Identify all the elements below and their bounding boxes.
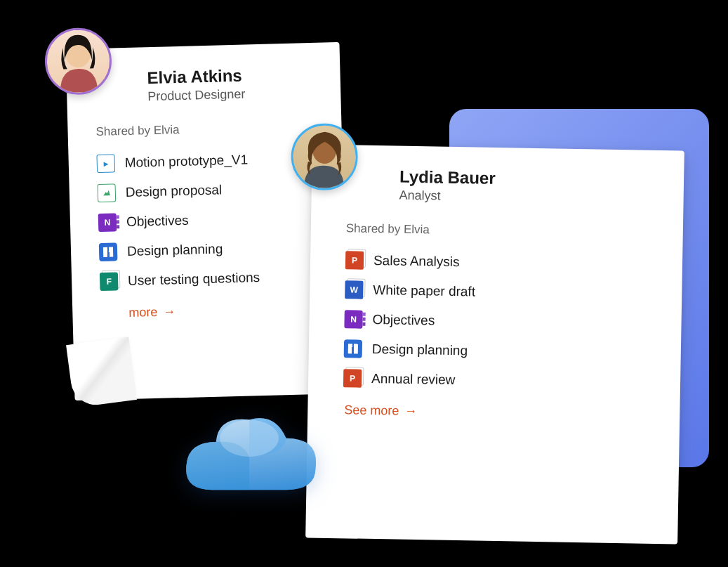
file-item[interactable]: User testing questions <box>100 261 325 296</box>
image-icon <box>98 183 117 202</box>
powerpoint-icon <box>343 369 362 387</box>
person-role: Analyst <box>399 188 662 208</box>
video-icon <box>96 154 115 173</box>
cloud-icon <box>176 400 323 513</box>
person-role: Product Designer <box>147 85 319 104</box>
see-more-label: See more <box>344 403 399 418</box>
card-header: Lydia Bauer Analyst <box>399 167 663 208</box>
avatar[interactable] <box>291 123 359 191</box>
shared-by-label: Shared by Elvia <box>95 119 320 139</box>
file-label: Objectives <box>126 213 189 230</box>
onenote-icon <box>344 310 362 328</box>
powerpoint-icon <box>345 251 364 269</box>
profile-card-elvia: Elvia Atkins Product Designer Shared by … <box>66 42 349 400</box>
file-label: Sales Analysis <box>373 253 460 270</box>
svg-point-2 <box>220 420 279 457</box>
file-label: White paper draft <box>373 282 475 300</box>
trello-icon <box>344 339 362 358</box>
file-label: Objectives <box>372 312 435 329</box>
arrow-right-icon: → <box>404 404 417 419</box>
file-label: Motion prototype_V1 <box>125 152 249 171</box>
arrow-right-icon: → <box>163 304 176 319</box>
file-label: User testing questions <box>128 270 260 289</box>
card-header: Elvia Atkins Product Designer <box>147 64 319 104</box>
see-more-link[interactable]: See more → <box>344 403 417 419</box>
forms-icon <box>100 272 119 291</box>
file-label: Design planning <box>372 341 468 358</box>
profile-card-lydia: Lydia Bauer Analyst Shared by Elvia Sale… <box>305 144 684 544</box>
avatar[interactable] <box>44 27 112 95</box>
see-more-link[interactable]: more → <box>128 304 176 320</box>
trello-icon <box>99 242 118 261</box>
onenote-icon <box>98 213 117 232</box>
person-name: Elvia Atkins <box>147 64 319 88</box>
file-label: Design proposal <box>126 182 223 200</box>
see-more-label: more <box>128 305 158 320</box>
shared-by-label: Shared by Elvia <box>346 221 662 241</box>
word-icon <box>345 280 363 299</box>
file-label: Annual review <box>371 371 456 388</box>
person-name: Lydia Bauer <box>399 167 663 192</box>
file-list: Sales Analysis White paper draft Objecti… <box>343 245 662 398</box>
file-list: Motion prototype_V1 Design proposal Obje… <box>96 143 324 296</box>
file-item[interactable]: Annual review <box>343 363 660 398</box>
file-label: Design planning <box>127 241 223 259</box>
